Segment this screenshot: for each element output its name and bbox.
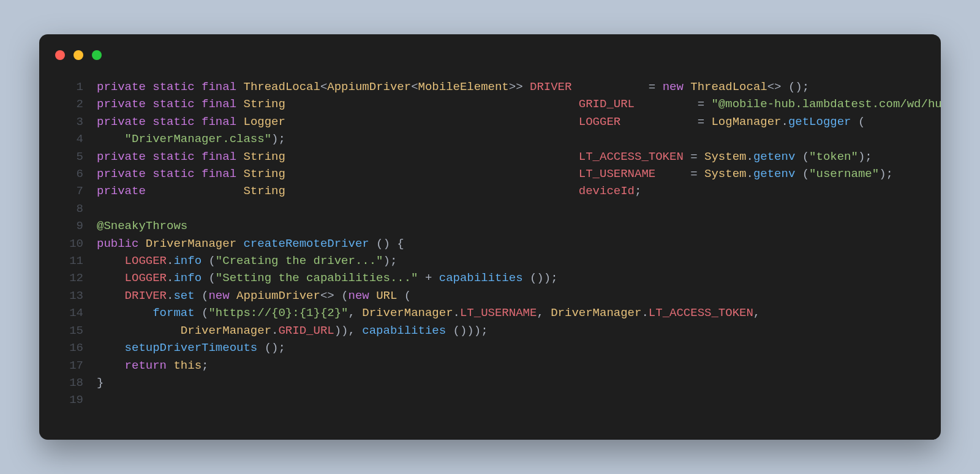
code-content: "DriverManager.class");: [97, 130, 285, 148]
code-content: private String deviceId;: [97, 182, 641, 200]
code-content: LOGGER.info ("Creating the driver...");: [97, 252, 397, 269]
line-number: 4: [50, 130, 97, 148]
code-line: 14 format ("https://{0}:{1}{2}", DriverM…: [50, 304, 930, 322]
code-line: 13 DRIVER.set (new AppiumDriver<> (new U…: [50, 287, 930, 304]
line-number: 17: [50, 357, 97, 374]
code-line: 5 private static final String LT_ACCESS_…: [50, 148, 930, 165]
code-content: [97, 200, 104, 217]
code-content: private static final String LT_ACCESS_TO…: [97, 148, 872, 165]
code-line: 1 private static final ThreadLocal<Appiu…: [50, 78, 930, 96]
line-number: 13: [50, 287, 97, 304]
code-line: 3 private static final Logger LOGGER = L…: [50, 113, 930, 130]
code-line: 15 DriverManager.GRID_URL)), capabilitie…: [50, 322, 930, 339]
line-number: 5: [50, 148, 97, 165]
code-line: 18 }: [50, 374, 930, 391]
line-number: 12: [50, 269, 97, 287]
code-line: 8: [50, 200, 930, 217]
code-line: 16 setupDriverTimeouts ();: [50, 339, 930, 356]
code-line: 6 private static final String LT_USERNAM…: [50, 165, 930, 182]
code-content: setupDriverTimeouts ();: [97, 339, 285, 356]
code-content: public DriverManager createRemoteDriver …: [97, 235, 404, 252]
code-content: private static final String LT_USERNAME …: [97, 165, 893, 182]
minimize-dot-icon[interactable]: [74, 50, 83, 60]
line-number: 19: [50, 391, 97, 408]
code-content: private static final Logger LOGGER = Log…: [97, 113, 865, 130]
code-content: private static final ThreadLocal<AppiumD…: [97, 78, 809, 96]
zoom-dot-icon[interactable]: [92, 50, 102, 60]
code-content: DriverManager.GRID_URL)), capabilities (…: [97, 322, 488, 339]
window-controls: [55, 50, 102, 60]
line-number: 16: [50, 339, 97, 356]
code-content: DRIVER.set (new AppiumDriver<> (new URL …: [97, 287, 411, 304]
code-content: LOGGER.info ("Setting the capabilities..…: [97, 269, 558, 287]
code-line: 17 return this;: [50, 357, 930, 374]
line-number: 9: [50, 217, 97, 235]
line-number: 6: [50, 165, 97, 182]
code-line: 10 public DriverManager createRemoteDriv…: [50, 235, 930, 252]
line-number: 3: [50, 113, 97, 130]
code-content: @SneakyThrows: [97, 217, 187, 235]
code-content: return this;: [97, 357, 208, 374]
code-line: 11 LOGGER.info ("Creating the driver..."…: [50, 252, 930, 269]
code-content: private static final String GRID_URL = "…: [97, 96, 941, 113]
code-line: 19: [50, 391, 930, 408]
line-number: 8: [50, 200, 97, 217]
line-number: 7: [50, 182, 97, 200]
code-line: 9 @SneakyThrows: [50, 217, 930, 235]
line-number: 1: [50, 78, 97, 96]
code-window: 1 private static final ThreadLocal<Appiu…: [39, 34, 941, 440]
line-number: 11: [50, 252, 97, 269]
close-dot-icon[interactable]: [55, 50, 65, 60]
code-line: 4 "DriverManager.class");: [50, 130, 930, 148]
code-content: format ("https://{0}:{1}{2}", DriverMana…: [97, 304, 760, 322]
code-content: [97, 391, 104, 408]
code-line: 7 private String deviceId;: [50, 182, 930, 200]
code-line: 12 LOGGER.info ("Setting the capabilitie…: [50, 269, 930, 287]
line-number: 2: [50, 96, 97, 113]
line-number: 15: [50, 322, 97, 339]
code-line: 2 private static final String GRID_URL =…: [50, 96, 930, 113]
line-number: 10: [50, 235, 97, 252]
code-content: }: [97, 374, 104, 391]
line-number: 14: [50, 304, 97, 322]
line-number: 18: [50, 374, 97, 391]
code-editor[interactable]: 1 private static final ThreadLocal<Appiu…: [50, 78, 930, 427]
